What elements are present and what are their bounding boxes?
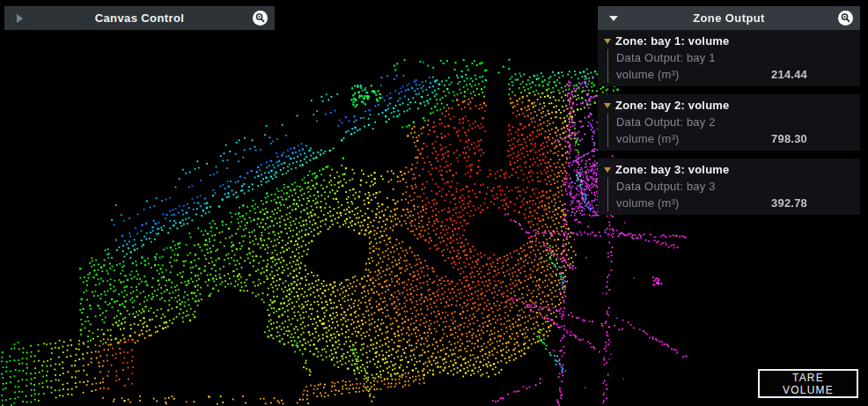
canvas-control-title: Canvas Control: [4, 11, 275, 25]
zone-output-panel: Zone Output Zone: bay 1: volume Data Out…: [598, 6, 860, 223]
canvas-control-panel: Canvas Control: [4, 6, 275, 30]
zone-metric-label: volume (m³): [616, 195, 680, 211]
zone-output-title: Zone Output: [598, 11, 860, 25]
zone-data-output: Data Output: bay 2: [616, 114, 853, 130]
zone-title: Zone: bay 3: volume: [615, 163, 730, 176]
zone-title-row[interactable]: Zone: bay 2: volume: [603, 97, 853, 113]
zone-title: Zone: bay 2: volume: [615, 99, 730, 112]
canvas-control-header[interactable]: Canvas Control: [4, 6, 275, 30]
zone-data-output: Data Output: bay 1: [616, 49, 853, 66]
zone-title: Zone: bay 1: volume: [615, 34, 730, 48]
magnifier-icon[interactable]: [838, 11, 853, 26]
zone-output-header[interactable]: Zone Output: [598, 6, 860, 30]
zone-expand-icon[interactable]: [604, 167, 611, 173]
zone-output-item: Zone: bay 1: volume Data Output: bay 1 v…: [598, 30, 860, 86]
zone-data-output: Data Output: bay 3: [616, 178, 853, 195]
zone-metric-label: volume (m³): [616, 66, 680, 83]
zone-metric-label: volume (m³): [616, 130, 680, 147]
zone-metric-value: 214.44: [771, 66, 807, 83]
zone-output-item: Zone: bay 3: volume Data Output: bay 3 v…: [598, 159, 860, 215]
zone-metric-value: 798.30: [771, 130, 807, 147]
zone-output-item: Zone: bay 2: volume Data Output: bay 2 v…: [598, 94, 860, 151]
magnifier-icon[interactable]: [253, 11, 268, 26]
zone-expand-icon[interactable]: [604, 103, 611, 108]
zone-title-row[interactable]: Zone: bay 3: volume: [603, 161, 853, 177]
zone-metric-value: 392.78: [771, 195, 807, 211]
zone-title-row[interactable]: Zone: bay 1: volume: [603, 33, 853, 48]
zone-expand-icon[interactable]: [604, 39, 611, 44]
tare-volume-button[interactable]: TARE VOLUME: [758, 369, 858, 398]
